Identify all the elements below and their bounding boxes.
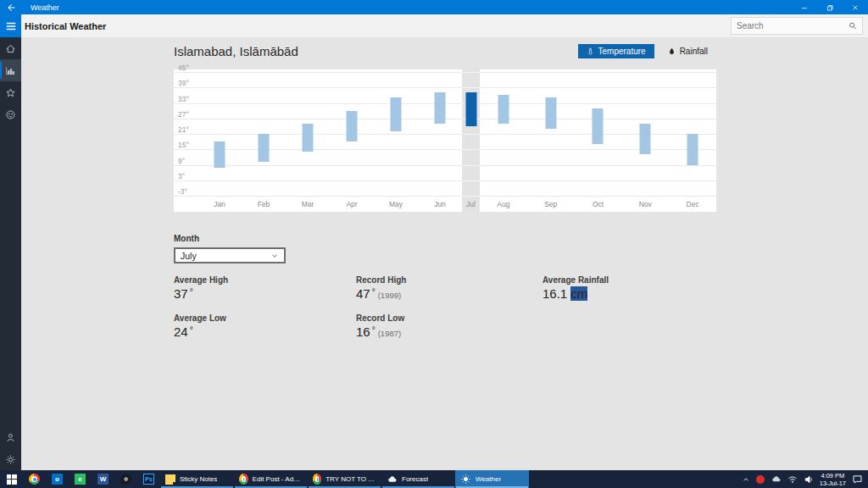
- taskbar-tab-try-not-to-aww[interactable]: TRY NOT TO AWW...: [308, 470, 381, 488]
- temperature-range-bar-apr: [347, 111, 358, 142]
- sidebar-item-account[interactable]: [0, 426, 21, 448]
- star-icon: [5, 87, 16, 98]
- search-box[interactable]: [731, 17, 863, 35]
- taskbar-tab-sticky-notes[interactable]: Sticky Notes: [160, 470, 234, 488]
- month-tick-label: Jun: [418, 200, 462, 208]
- temperature-range-bar-dec: [687, 134, 698, 165]
- sidebar-item-favorites[interactable]: [0, 81, 21, 103]
- titlebar: Weather: [0, 0, 868, 14]
- taskbar-pinned-steam[interactable]: ⌾: [114, 470, 137, 488]
- month-tick-label: Mar: [286, 200, 330, 208]
- chrome-icon: [313, 474, 321, 485]
- stat-average-high: Average High 37°: [174, 275, 356, 301]
- month-tick-label: Apr: [330, 200, 374, 208]
- back-arrow-icon: [6, 3, 16, 13]
- raindrop-icon: [668, 47, 676, 56]
- taskbar-pinned-chrome[interactable]: [23, 470, 46, 488]
- tray-chevron-up-icon[interactable]: [742, 475, 750, 484]
- y-axis-tick-label: 27°: [178, 110, 189, 119]
- gear-icon: [5, 454, 16, 465]
- restore-button[interactable]: [817, 0, 843, 14]
- minimize-button[interactable]: [792, 0, 817, 14]
- taskbar-tab-edit-post[interactable]: Edit Post - Addictiv...: [234, 470, 308, 488]
- chart-column-jun[interactable]: Jun: [418, 72, 462, 196]
- month-tick-label: May: [374, 200, 418, 208]
- person-icon: [5, 432, 16, 443]
- page-title: Historical Weather: [25, 21, 731, 31]
- sidebar-item-home[interactable]: [0, 37, 21, 59]
- chart-column-mar[interactable]: Mar: [286, 72, 330, 196]
- search-icon[interactable]: [849, 21, 857, 30]
- chart-plot-jul: Jul: [462, 72, 480, 196]
- temperature-range-bar-mar: [303, 124, 314, 152]
- app-header: Historical Weather: [21, 14, 868, 37]
- temperature-toggle-button[interactable]: Temperature: [578, 44, 654, 58]
- taskbar-pinned-outlook[interactable]: o: [46, 470, 69, 488]
- temperature-range-bar-sep: [545, 97, 556, 129]
- taskbar-clock[interactable]: 4:09 PM 13-Jul-17: [820, 472, 846, 487]
- steam-icon: ⌾: [120, 474, 131, 485]
- month-tick-label: Sep: [527, 200, 575, 208]
- onedrive-cloud-icon[interactable]: [771, 474, 782, 485]
- clock-time: 4:09 PM: [820, 472, 846, 480]
- sun-icon: [460, 474, 471, 485]
- home-icon: [5, 43, 16, 54]
- tray-app-icon-red[interactable]: [756, 475, 765, 484]
- close-button[interactable]: [843, 0, 868, 14]
- month-dropdown[interactable]: July: [174, 247, 286, 263]
- system-tray: 4:09 PM 13-Jul-17: [742, 470, 868, 488]
- y-axis-tick-label: 9°: [178, 157, 185, 165]
- chart-highlighted-column-jul[interactable]: Jul: [462, 68, 480, 214]
- photoshop-icon: Ps: [143, 474, 154, 485]
- y-axis-tick-label: 3°: [178, 172, 185, 180]
- back-button[interactable]: [0, 0, 22, 14]
- temperature-range-bar-oct: [593, 108, 604, 145]
- hamburger-menu-button[interactable]: [0, 14, 21, 37]
- chart-column-jul[interactable]: Jul: [462, 72, 480, 196]
- chart-column-apr[interactable]: Apr: [330, 72, 374, 196]
- chart-column-may[interactable]: May: [374, 72, 418, 196]
- metric-toggle-group: Temperature Rainfall: [578, 44, 717, 58]
- taskbar-pinned-photoshop[interactable]: Ps: [137, 470, 160, 488]
- search-input[interactable]: [737, 21, 849, 30]
- chart-column-oct[interactable]: Oct: [575, 72, 622, 196]
- gridline: [174, 196, 462, 197]
- month-tick-label: Feb: [242, 200, 286, 208]
- temperature-range-bar-jul: [465, 92, 476, 126]
- sidebar-item-feedback[interactable]: [0, 103, 21, 125]
- chart-column-jan[interactable]: Jan: [198, 72, 242, 196]
- taskbar-tab-weather[interactable]: Weather: [455, 470, 529, 488]
- y-axis-tick-label: 15°: [178, 141, 189, 149]
- outlook-icon: o: [52, 474, 63, 485]
- month-tick-label: Dec: [669, 200, 716, 208]
- sidebar: [0, 14, 21, 470]
- taskbar-pinned-word[interactable]: W: [92, 470, 114, 488]
- evernote-icon: e: [75, 474, 86, 485]
- minimize-icon: [800, 3, 809, 12]
- chart-column-feb[interactable]: Feb: [242, 72, 286, 196]
- windows-logo-icon: [7, 474, 17, 485]
- rainfall-toggle-button[interactable]: Rainfall: [659, 44, 716, 58]
- thermometer-icon: [587, 47, 594, 56]
- sidebar-item-settings[interactable]: [0, 448, 21, 470]
- chart-column-sep[interactable]: Sep: [527, 72, 575, 196]
- chart-plot-left: 45°39°33°27°21°15°9°3°-3°JanFebMarAprMay…: [174, 72, 462, 196]
- month-label: Month: [174, 234, 868, 243]
- chart-column-dec[interactable]: Dec: [669, 72, 716, 196]
- start-button[interactable]: [0, 470, 23, 488]
- chart-panel-jan-jun: 45°39°33°27°21°15°9°3°-3°JanFebMarAprMay…: [174, 69, 462, 212]
- taskbar-spacer: [529, 470, 742, 488]
- cloud-icon: [387, 474, 398, 485]
- action-center-icon[interactable]: [852, 474, 863, 485]
- taskbar-tab-forecast[interactable]: Forecast: [381, 470, 455, 488]
- volume-icon[interactable]: [804, 474, 814, 485]
- wifi-icon[interactable]: [787, 474, 798, 485]
- month-tick-label: Oct: [575, 200, 622, 208]
- chart-column-nov[interactable]: Nov: [621, 72, 669, 196]
- sidebar-item-historical-weather[interactable]: [0, 59, 21, 81]
- historical-temperature-chart: 45°39°33°27°21°15°9°3°-3°JanFebMarAprMay…: [174, 69, 716, 214]
- taskbar-pinned-evernote[interactable]: e: [69, 470, 92, 488]
- sidebar-spacer: [0, 125, 21, 426]
- chart-column-aug[interactable]: Aug: [480, 72, 527, 196]
- stat-record-high: Record High 47°(1999): [356, 275, 542, 301]
